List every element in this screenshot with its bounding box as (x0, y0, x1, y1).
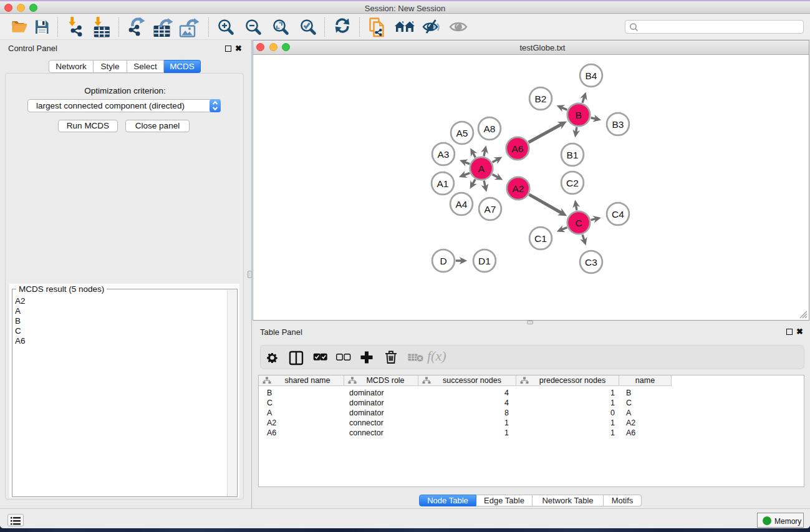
svg-text:A3: A3 (438, 149, 450, 160)
svg-text:C2: C2 (566, 178, 579, 188)
svg-text:C: C (575, 218, 582, 228)
svg-text:B: B (576, 110, 582, 120)
svg-text:D1: D1 (478, 256, 491, 266)
svg-text:B3: B3 (612, 119, 624, 130)
svg-text:B1: B1 (567, 150, 579, 160)
svg-text:A7: A7 (485, 204, 496, 215)
svg-text:B4: B4 (586, 70, 597, 81)
svg-text:A6: A6 (512, 143, 524, 154)
svg-text:C4: C4 (612, 209, 624, 220)
svg-text:A2: A2 (513, 183, 524, 194)
svg-text:A: A (478, 163, 485, 174)
svg-text:A1: A1 (437, 178, 449, 189)
svg-text:C3: C3 (585, 257, 597, 268)
svg-text:B2: B2 (535, 94, 547, 104)
svg-text:A8: A8 (484, 123, 496, 134)
svg-text:C1: C1 (534, 233, 547, 244)
svg-text:A5: A5 (456, 128, 468, 138)
svg-text:A4: A4 (456, 199, 468, 210)
svg-text:D: D (440, 256, 446, 266)
